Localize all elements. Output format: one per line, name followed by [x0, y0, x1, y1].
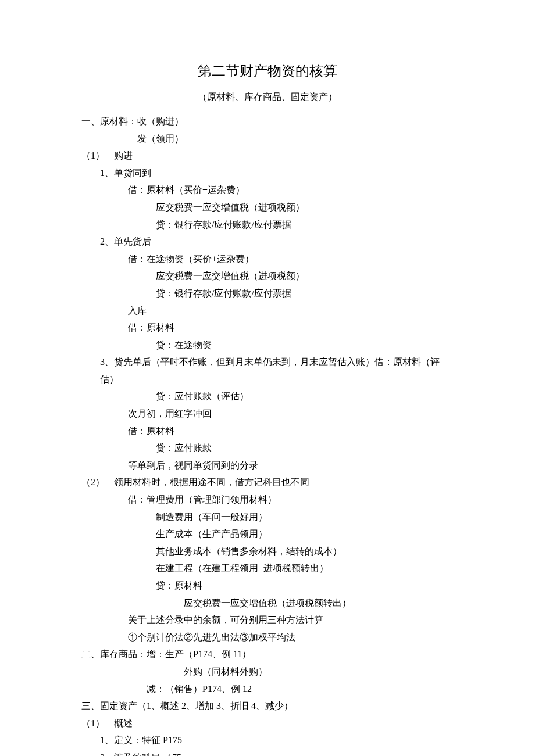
text-line: 贷：应付账款（评估） [81, 388, 454, 405]
text-line: 借：在途物资（买价+运杂费） [81, 250, 454, 268]
text-line: 应交税费一应交增值税（进项税额） [81, 199, 454, 216]
text-line: 制造费用（车间一般好用） [81, 508, 454, 526]
text-line: 关于上述分录中的余额，可分别用三种方法计算 [81, 611, 454, 629]
text-line: ①个别计价法②先进先出法③加权平均法 [81, 629, 454, 646]
text-line: 外购（同材料外购） [81, 663, 454, 680]
text-line: 减：（销售）P174、例 12 [81, 680, 454, 698]
text-line: 二、库存商品：增：生产（P174、例 11） [81, 646, 454, 663]
document-title: 第二节财产物资的核算 [81, 58, 454, 84]
text-line: 借：管理费用（管理部门领用材料） [81, 491, 454, 508]
text-line: 其他业务成本（销售多余材料，结转的成本） [81, 543, 454, 560]
text-line: 发（领用） [81, 130, 454, 148]
text-line: 等单到后，视同单货同到的分录 [81, 457, 454, 474]
text-line: 2、单先货后 [81, 233, 454, 250]
text-line: 次月初，用红字冲回 [81, 405, 454, 422]
text-line: 3、货先单后（平时不作账，但到月末单仍未到，月末应暂估入账）借：原材料（评估） [81, 353, 454, 388]
document-body: 一、原材料：收（购进）发（领用）（1） 购进1、单货同到借：原材料（买价+运杂费… [81, 113, 454, 756]
text-line: 1、定义：特征 P175 [81, 732, 454, 749]
text-line: 入库 [81, 302, 454, 320]
document-page: 第二节财产物资的核算 （原材料、库存商品、固定资产） 一、原材料：收（购进）发（… [0, 0, 535, 756]
text-line: 生产成本（生产产品领用） [81, 525, 454, 543]
text-line: 贷：银行存款/应付账款/应付票据 [81, 285, 454, 302]
text-line: 借：原材料 [81, 422, 454, 440]
document-subtitle: （原材料、库存商品、固定资产） [81, 88, 454, 106]
text-line: （2） 领用材料时，根据用途不同，借方记科目也不同 [81, 474, 454, 491]
text-line: （1） 概述 [81, 715, 454, 732]
text-line: 一、原材料：收（购进） [81, 113, 454, 130]
text-line: 贷：在途物资 [81, 336, 454, 354]
text-line: 在建工程（在建工程领用+进项税额转出） [81, 560, 454, 577]
text-line: 贷：银行存款/应付账款/应付票据 [81, 216, 454, 234]
text-line: 2、涉及的科目 p175 [81, 749, 454, 756]
text-line: 贷：原材料 [81, 577, 454, 594]
text-line: 三、固定资产（1、概述 2、增加 3、折旧 4、减少） [81, 697, 454, 715]
text-line: 应交税费一应交增值税（进项税额） [81, 267, 454, 285]
text-line: 应交税费一应交增值税（进项税额转出） [81, 594, 454, 612]
text-line: 贷：应付账款 [81, 439, 454, 457]
text-line: 借：原材料（买价+运杂费） [81, 181, 454, 199]
text-line: 1、单货同到 [81, 164, 454, 182]
text-line: 借：原材料 [81, 319, 454, 336]
text-line: （1） 购进 [81, 147, 454, 164]
